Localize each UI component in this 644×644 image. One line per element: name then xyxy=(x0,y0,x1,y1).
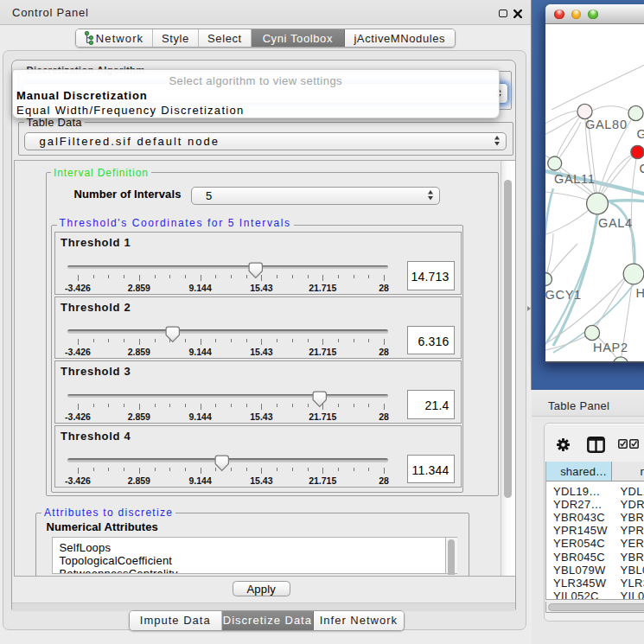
close-panel-icon[interactable] xyxy=(513,10,522,18)
tab-infer-network[interactable]: Infer Network xyxy=(314,611,403,631)
thresholds-groupbox-title: Threshold's Coordinates for 5 Intervals xyxy=(57,217,294,229)
slider-track[interactable] xyxy=(67,394,388,399)
table-row[interactable]: YER054CYER05 xyxy=(546,537,644,550)
table-row[interactable]: YBR043CYBR04 xyxy=(546,511,644,524)
control-panel-title: Control Panel xyxy=(12,6,89,19)
popup-prompt-item[interactable]: Select algorithm to view settings xyxy=(13,73,499,88)
threshold-value-field[interactable]: 11.344 xyxy=(407,455,455,484)
slider-tick xyxy=(169,468,170,471)
attributes-groupbox-title: Attributes to discretize xyxy=(41,507,175,519)
network-edge[interactable] xyxy=(596,280,625,326)
threshold-value-field[interactable]: 6.316 xyxy=(407,326,455,355)
numerical-attributes-label: Numerical Attributes xyxy=(47,520,158,533)
network-edge[interactable] xyxy=(551,244,577,274)
network-edge[interactable] xyxy=(547,233,553,272)
attributes-list-scrollbar[interactable] xyxy=(446,537,457,575)
cytoscape-app: Control Panel NetworkStyleSelectCyni Too… xyxy=(0,0,644,644)
network-edge[interactable] xyxy=(552,64,644,110)
tab-jactivemnodules[interactable]: jActiveMNodules xyxy=(345,29,455,47)
attribute-list-item[interactable]: TopologicalCoefficient xyxy=(53,552,445,565)
table-cell: YER054C xyxy=(546,537,612,550)
network-node[interactable] xyxy=(623,264,644,284)
table-row[interactable]: YBR045CYBR04 xyxy=(546,551,644,564)
slider-tick-label: 9.144 xyxy=(188,411,211,422)
checkbox-checked-icon[interactable] xyxy=(618,439,628,449)
slider-tick xyxy=(201,275,201,281)
attributes-list-scrollbar-thumb[interactable] xyxy=(448,539,455,576)
table-column-header[interactable]: na xyxy=(612,462,644,481)
slider-tick-label: 9.144 xyxy=(188,283,211,293)
slider-thumb[interactable] xyxy=(248,262,264,279)
slider-tick-label: 2.859 xyxy=(128,283,150,293)
attribute-list-item[interactable]: SelfLoops xyxy=(53,539,445,552)
tab-discretize-data[interactable]: Discretize Data xyxy=(222,611,315,631)
attribute-list-item[interactable]: BetweennessCentrality xyxy=(53,565,445,574)
slider-track[interactable] xyxy=(67,265,388,270)
network-canvas[interactable]: GAL80GACGAL11GAL4GCY1HHAP2 xyxy=(545,24,644,363)
threshold-value-field[interactable]: 14.713 xyxy=(407,261,455,290)
slider-tick-label: 9.144 xyxy=(188,475,211,486)
split-table-icon[interactable] xyxy=(587,437,605,453)
panel-divider[interactable] xyxy=(531,0,532,390)
network-edge[interactable] xyxy=(545,210,589,239)
tab-label: jActiveMNodules xyxy=(354,32,445,45)
network-node[interactable] xyxy=(587,193,609,214)
tab-network[interactable]: Network xyxy=(76,29,153,47)
table-row[interactable]: YLR345WYLR34 xyxy=(546,577,644,590)
tab-style[interactable]: Style xyxy=(153,29,199,47)
slider-tick xyxy=(277,468,277,471)
table-panel-title: Table Panel xyxy=(548,399,609,412)
apply-button[interactable]: Apply xyxy=(233,581,290,596)
network-node[interactable] xyxy=(584,325,599,340)
attributes-list: SelfLoopsTopologicalCoefficientBetweenne… xyxy=(52,537,446,575)
network-edge[interactable] xyxy=(608,201,644,202)
network-node-label: GAL11 xyxy=(554,172,596,186)
network-node[interactable] xyxy=(548,156,562,170)
table-cell: YER05 xyxy=(612,537,644,550)
checkbox-checked-icon[interactable] xyxy=(629,439,639,449)
network-edge[interactable] xyxy=(545,149,550,158)
network-edge[interactable] xyxy=(545,111,577,134)
table-data-combo[interactable]: galFiltered.sif default node xyxy=(24,132,507,150)
zoom-window-icon[interactable] xyxy=(588,10,598,20)
slider-tick xyxy=(231,275,232,278)
tab-impute-data[interactable]: Impute Data xyxy=(130,611,222,631)
network-node[interactable] xyxy=(613,357,628,363)
slider-tick xyxy=(231,404,232,407)
network-node[interactable] xyxy=(631,145,644,158)
table-row[interactable]: YIL052CYIL05 xyxy=(546,590,644,599)
slider-tick xyxy=(384,339,385,345)
table-cell: YBR045C xyxy=(546,551,612,564)
table-row[interactable]: YDR27…YDR27 xyxy=(546,498,644,511)
slider-thumb[interactable] xyxy=(165,326,181,343)
tab-select[interactable]: Select xyxy=(199,29,252,47)
threshold-value-field[interactable]: 21.4 xyxy=(407,390,455,419)
table-cell: YDL19… xyxy=(546,485,612,498)
network-edge[interactable] xyxy=(592,106,628,111)
slider-tick xyxy=(277,404,277,407)
slider-thumb[interactable] xyxy=(312,391,328,408)
network-edge[interactable] xyxy=(545,336,585,353)
slider-tick xyxy=(231,339,232,342)
network-node[interactable] xyxy=(628,105,643,120)
number-of-intervals-combo[interactable]: 5 xyxy=(191,187,440,205)
slider-track[interactable] xyxy=(67,329,388,334)
settings-vscrollbar-thumb[interactable] xyxy=(504,180,512,498)
tab-cyni-toolbox[interactable]: Cyni Toolbox xyxy=(252,29,345,47)
network-node[interactable] xyxy=(545,273,552,286)
network-edge[interactable] xyxy=(557,118,579,156)
gear-icon[interactable] xyxy=(557,438,570,451)
network-edge[interactable] xyxy=(558,122,581,159)
settings-vscrollbar[interactable] xyxy=(501,161,515,576)
popup-item-equal-width[interactable]: Equal Width/Frequency Discretization xyxy=(13,103,499,118)
slider-thumb[interactable] xyxy=(214,455,230,472)
table-row[interactable]: YPR145WYPR14 xyxy=(546,524,644,537)
close-window-icon[interactable] xyxy=(554,10,564,20)
table-hscrollbar-thumb[interactable] xyxy=(548,603,644,611)
table-column-header[interactable]: shared… xyxy=(546,462,612,481)
table-row[interactable]: YDL19…YDL19 xyxy=(546,485,644,498)
table-row[interactable]: YBL079WYBL07 xyxy=(546,564,644,577)
float-window-icon[interactable] xyxy=(499,10,507,17)
popup-item-manual-discretization[interactable]: Manual Discretization xyxy=(13,88,499,103)
minimize-window-icon[interactable] xyxy=(571,10,582,20)
